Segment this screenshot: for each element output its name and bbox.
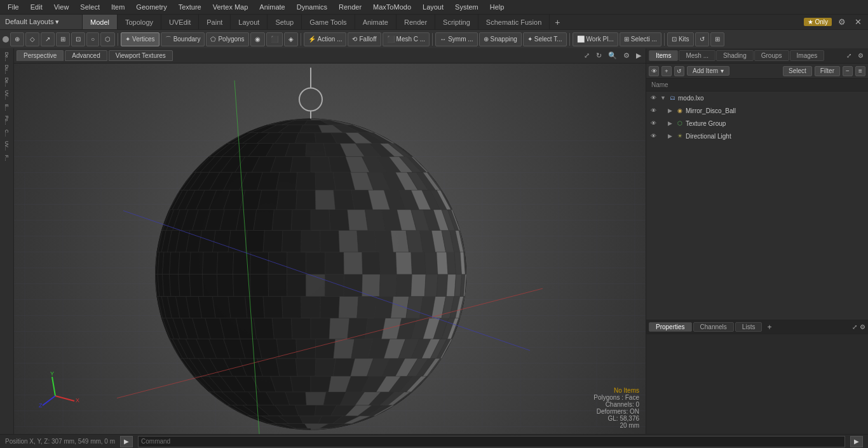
- layout-tab-add[interactable]: +: [550, 15, 565, 29]
- menu-layout[interactable]: Layout: [417, 2, 449, 12]
- sidebar-item-7[interactable]: UV...: [1, 140, 13, 151]
- layout-tab-paint[interactable]: Paint: [199, 15, 231, 29]
- tool-transform[interactable]: ↗: [41, 32, 55, 46]
- items-menu-btn[interactable]: ≡: [855, 66, 865, 76]
- tool-kits-btn[interactable]: ⊡ Kits: [667, 32, 694, 46]
- viewport-move-icon[interactable]: ⤢: [582, 51, 592, 60]
- tool-selecti-btn[interactable]: ⊞ Selecti ...: [620, 32, 661, 46]
- sidebar-item-5[interactable]: Po...: [1, 114, 13, 126]
- add-item-dropdown[interactable]: Add Item ▾: [687, 66, 729, 76]
- viewport-3d[interactable]: No Items Polygons : Face Channels: 0 Def…: [14, 64, 646, 434]
- sidebar-item-3[interactable]: UV...: [1, 89, 13, 100]
- tool-shade2[interactable]: ◈: [284, 32, 298, 46]
- sidebar-item-8[interactable]: F...: [1, 153, 13, 164]
- layout-tab-schematic[interactable]: Schematic Fusion: [478, 15, 550, 29]
- viewport-settings-icon[interactable]: ⚙: [621, 51, 632, 60]
- tool-mesh-btn[interactable]: ⬛ Mesh C ...: [383, 32, 430, 46]
- expand-1[interactable]: ▶: [668, 107, 674, 114]
- tool-rotate-btn[interactable]: ↺: [695, 32, 709, 46]
- tool-symm-btn[interactable]: ↔ Symm ...: [435, 32, 477, 46]
- viewport-tab-textures[interactable]: Viewport Textures: [109, 50, 173, 61]
- menu-file[interactable]: File: [3, 2, 24, 12]
- item-row-mirror-disco[interactable]: 👁 ▶ ◉ Mirror_Disco_Ball: [646, 104, 868, 117]
- tool-select-mode[interactable]: ◉: [250, 32, 265, 46]
- expand-3[interactable]: ▶: [668, 133, 674, 139]
- layout-tab-game-tools[interactable]: Game Tools: [302, 15, 355, 29]
- tool-workpl-btn[interactable]: ⬜ Work Pl...: [573, 32, 618, 46]
- rpanel-tab-shading[interactable]: Shading: [716, 50, 754, 61]
- sidebar-item-4[interactable]: E...: [1, 102, 13, 113]
- tool-grid-btn[interactable]: ⊞: [710, 32, 724, 46]
- tool-falloff-btn[interactable]: ⟲ Falloff: [348, 32, 381, 46]
- bpanel-tab-channels[interactable]: Channels: [693, 322, 734, 332]
- items-select-btn[interactable]: Select: [783, 66, 812, 76]
- layout-close-icon[interactable]: ✕: [852, 16, 864, 28]
- rpanel-expand-icon[interactable]: ⤢: [844, 51, 853, 60]
- status-expand-btn[interactable]: ▶: [120, 436, 133, 447]
- command-execute-btn[interactable]: ▶: [850, 436, 863, 447]
- menu-texture[interactable]: Texture: [173, 2, 207, 12]
- tool-snap[interactable]: ⊕: [10, 32, 24, 46]
- viewport-tab-perspective[interactable]: Perspective: [17, 50, 64, 61]
- items-refresh-btn[interactable]: ↺: [674, 66, 684, 76]
- item-row-directional-light[interactable]: 👁 ▶ ☀ Directional Light: [646, 130, 868, 142]
- menu-system[interactable]: System: [450, 2, 484, 12]
- items-add-btn[interactable]: +: [661, 66, 672, 76]
- layout-tab-setup[interactable]: Setup: [268, 15, 302, 29]
- menu-dynamics[interactable]: Dynamics: [292, 2, 332, 12]
- tool-dot[interactable]: [3, 36, 9, 43]
- layout-tab-layout[interactable]: Layout: [231, 15, 268, 29]
- layout-tab-topology[interactable]: Topology: [118, 15, 161, 29]
- viewport-rotate-icon[interactable]: ↻: [594, 51, 604, 60]
- menu-item[interactable]: Item: [106, 2, 130, 12]
- rpanel-tab-images[interactable]: Images: [790, 50, 825, 61]
- tool-symmetry[interactable]: ⊞: [56, 32, 70, 46]
- command-input[interactable]: [138, 436, 845, 447]
- expand-2[interactable]: ▶: [668, 120, 674, 126]
- items-minus-btn[interactable]: −: [843, 66, 853, 76]
- menu-edit[interactable]: Edit: [25, 2, 48, 12]
- items-filter-btn[interactable]: Filter: [815, 66, 840, 76]
- item-eye-1[interactable]: 👁: [649, 106, 658, 115]
- layout-tab-scripting[interactable]: Scripting: [435, 15, 478, 29]
- item-eye-3[interactable]: 👁: [649, 132, 658, 140]
- viewport-tab-advanced[interactable]: Advanced: [65, 50, 107, 61]
- items-eye-btn[interactable]: 👁: [649, 66, 659, 76]
- star-only-badge[interactable]: ★ Only: [804, 18, 832, 26]
- layout-tab-animate[interactable]: Animate: [355, 15, 397, 29]
- tool-shade1[interactable]: ⬛: [266, 32, 283, 46]
- tool-circle[interactable]: ○: [86, 32, 99, 46]
- tool-loop[interactable]: ⊡: [71, 32, 85, 46]
- sidebar-item-6[interactable]: C...: [1, 127, 13, 139]
- tool-snapping-btn[interactable]: ⊕ Snapping: [479, 32, 522, 46]
- rpanel-tab-mesh[interactable]: Mesh ...: [679, 50, 715, 61]
- sidebar-item-0[interactable]: De...: [1, 51, 13, 62]
- bpanel-tab-properties[interactable]: Properties: [649, 322, 692, 332]
- layout-settings-icon[interactable]: ⚙: [836, 16, 848, 28]
- rpanel-tab-groups[interactable]: Groups: [754, 50, 789, 61]
- sidebar-item-1[interactable]: Du...: [1, 64, 13, 75]
- menu-render[interactable]: Render: [334, 2, 367, 12]
- rpanel-settings-icon[interactable]: ⚙: [856, 51, 865, 60]
- viewport-zoom-icon[interactable]: 🔍: [606, 51, 619, 60]
- layout-tab-uvedit[interactable]: UVEdit: [161, 15, 199, 29]
- menu-help[interactable]: Help: [485, 2, 510, 12]
- menu-vertex-map[interactable]: Vertex Map: [208, 2, 254, 12]
- menu-select[interactable]: Select: [75, 2, 105, 12]
- bpanel-expand-icon[interactable]: ⤢: [852, 323, 857, 330]
- menu-maxtomodo[interactable]: MaxToModo: [368, 2, 416, 12]
- tool-select-lasso[interactable]: ◇: [25, 32, 39, 46]
- layout-tab-model[interactable]: Model: [83, 15, 118, 29]
- viewport-expand-icon[interactable]: ▶: [634, 51, 643, 60]
- sidebar-item-2[interactable]: De...: [1, 76, 13, 88]
- bpanel-settings-icon[interactable]: ⚙: [860, 323, 865, 330]
- bpanel-add-btn[interactable]: +: [763, 323, 775, 332]
- item-row-modo-lxo[interactable]: 👁 ▼ 🗂 modo.lxo: [646, 92, 868, 104]
- item-eye-0[interactable]: 👁: [649, 93, 658, 102]
- bpanel-tab-lists[interactable]: Lists: [735, 322, 763, 332]
- item-eye-2[interactable]: 👁: [649, 119, 658, 128]
- tool-boundary-btn[interactable]: ⌒ Boundary: [161, 32, 205, 46]
- expand-0[interactable]: ▼: [660, 95, 667, 101]
- menu-view[interactable]: View: [49, 2, 74, 12]
- layout-dropdown[interactable]: Default Layouts ▾: [0, 15, 83, 29]
